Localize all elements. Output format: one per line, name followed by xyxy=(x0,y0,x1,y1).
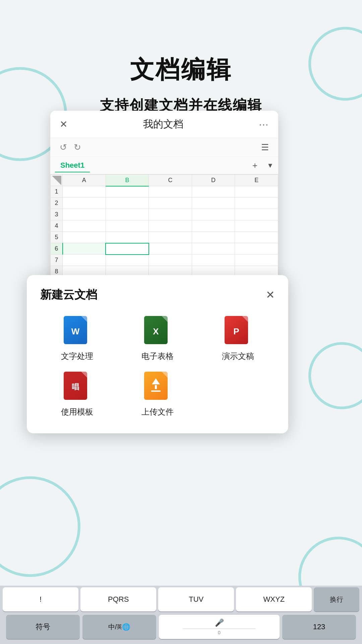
cell-E3[interactable] xyxy=(235,209,278,220)
col-header-A[interactable]: A xyxy=(63,175,106,186)
row-header-7[interactable]: 7 xyxy=(51,255,63,266)
row-header-4[interactable]: 4 xyxy=(51,220,63,232)
cell-A1[interactable] xyxy=(63,186,106,198)
cell-B2[interactable] xyxy=(106,198,149,209)
cell-E1[interactable] xyxy=(235,186,278,198)
key-enter[interactable]: 换行 xyxy=(314,587,359,611)
cell-C6[interactable] xyxy=(149,243,192,255)
cell-D1[interactable] xyxy=(192,186,235,198)
row-header-6[interactable]: 6 xyxy=(51,243,63,255)
cell-D4[interactable] xyxy=(192,220,235,232)
cell-C4[interactable] xyxy=(149,220,192,232)
cell-E7[interactable] xyxy=(235,255,278,266)
cell-D7[interactable] xyxy=(192,255,235,266)
cell-A5[interactable] xyxy=(63,232,106,243)
cell-E4[interactable] xyxy=(235,220,278,232)
window-more-button[interactable]: ··· xyxy=(259,119,269,130)
deco-arc-midright xyxy=(308,342,362,409)
add-sheet-button[interactable]: + xyxy=(248,160,262,171)
window-close-button[interactable]: ✕ xyxy=(60,119,67,130)
key-wxyz[interactable]: WXYZ xyxy=(236,587,312,611)
ppt-label: 演示文稿 xyxy=(222,351,254,362)
cell-D3[interactable] xyxy=(192,209,235,220)
doc-type-template[interactable]: 唱 使用模板 xyxy=(40,372,114,417)
cell-B7[interactable] xyxy=(106,255,149,266)
col-header-D[interactable]: D xyxy=(192,175,235,186)
doc-type-ppt[interactable]: P 演示文稿 xyxy=(201,316,275,362)
redo-button[interactable]: ↻ xyxy=(74,142,81,153)
cell-B3[interactable] xyxy=(106,209,149,220)
cell-A4[interactable] xyxy=(63,220,106,232)
doc-type-word[interactable]: W 文字处理 xyxy=(40,316,114,362)
key-pqrs[interactable]: PQRS xyxy=(80,587,156,611)
col-header-C[interactable]: C xyxy=(149,175,192,186)
cell-D6[interactable] xyxy=(192,243,235,255)
word-icon: W xyxy=(64,316,90,346)
cell-C2[interactable] xyxy=(149,198,192,209)
cell-C5[interactable] xyxy=(149,232,192,243)
deco-arc-bottomleft xyxy=(0,476,80,577)
cell-C7[interactable] xyxy=(149,255,192,266)
cell-B4[interactable] xyxy=(106,220,149,232)
row-header-1[interactable]: 1 xyxy=(51,186,63,198)
template-label: 使用模板 xyxy=(61,407,93,417)
template-icon: 唱 xyxy=(64,372,90,402)
cell-A6[interactable] xyxy=(63,243,106,255)
upload-label: 上传文件 xyxy=(141,407,174,417)
cell-C1[interactable] xyxy=(149,186,192,198)
col-header-B[interactable]: B xyxy=(106,175,149,186)
excel-label: 电子表格 xyxy=(141,351,174,362)
key-chinese-english[interactable]: 中/英🌐 xyxy=(82,615,156,639)
row-header-5[interactable]: 5 xyxy=(51,232,63,243)
col-header-E[interactable]: E xyxy=(235,175,278,186)
window-titlebar: ✕ 我的文档 ··· xyxy=(50,111,278,138)
cell-E6[interactable] xyxy=(235,243,278,255)
key-symbol[interactable]: 符号 xyxy=(6,615,80,639)
key-tuv[interactable]: TUV xyxy=(158,587,234,611)
cell-B5[interactable] xyxy=(106,232,149,243)
excel-file-icon: X xyxy=(144,316,168,344)
cell-A7[interactable] xyxy=(63,255,106,266)
key-123[interactable]: 123 xyxy=(282,615,356,639)
table-row: 7 xyxy=(51,255,278,266)
cell-A2[interactable] xyxy=(63,198,106,209)
window-toolbar: ↺ ↻ ☰ xyxy=(50,138,278,157)
ppt-file-icon: P xyxy=(225,316,248,344)
window-title: 我的文档 xyxy=(143,117,183,131)
cell-D5[interactable] xyxy=(192,232,235,243)
dialog-header: 新建云文档 ✕ xyxy=(40,287,275,303)
keyboard-top-row: ! PQRS TUV WXYZ 换行 xyxy=(0,586,362,613)
cell-D2[interactable] xyxy=(192,198,235,209)
key-space-mic[interactable]: 🎤 0 xyxy=(159,615,280,639)
hamburger-menu-button[interactable]: ☰ xyxy=(261,142,269,153)
sheet-dropdown-button[interactable]: ▼ xyxy=(262,162,278,169)
cell-C3[interactable] xyxy=(149,209,192,220)
upload-file-icon xyxy=(144,372,168,400)
dialog-close-button[interactable]: ✕ xyxy=(266,288,275,301)
upload-icon xyxy=(144,372,171,402)
row-header-2[interactable]: 2 xyxy=(51,198,63,209)
upload-arrow-stem xyxy=(155,385,157,389)
sheet-tab-1[interactable]: Sheet1 xyxy=(55,159,90,172)
table-row: 5 xyxy=(51,232,278,243)
cell-A3[interactable] xyxy=(63,209,106,220)
corner-select-all[interactable] xyxy=(51,175,63,186)
undo-button[interactable]: ↺ xyxy=(60,142,67,153)
ppt-icon: P xyxy=(225,316,251,346)
table-row: 3 xyxy=(51,209,278,220)
table-row: 6 xyxy=(51,243,278,255)
cell-E2[interactable] xyxy=(235,198,278,209)
table-row: 4 xyxy=(51,220,278,232)
keyboard-area: ! PQRS TUV WXYZ 换行 符号 中/英🌐 🎤 0 123 xyxy=(0,586,362,644)
keyboard-bottom-row: 符号 中/英🌐 🎤 0 123 xyxy=(0,613,362,641)
cell-E5[interactable] xyxy=(235,232,278,243)
dialog-title: 新建云文档 xyxy=(40,287,97,303)
key-exclamation[interactable]: ! xyxy=(3,587,78,611)
cell-B1[interactable] xyxy=(106,186,149,198)
cell-B6-active[interactable] xyxy=(106,243,149,255)
excel-icon: X xyxy=(144,316,171,346)
doc-type-excel[interactable]: X 电子表格 xyxy=(121,316,194,362)
row-header-3[interactable]: 3 xyxy=(51,209,63,220)
word-file-icon: W xyxy=(64,316,87,344)
doc-type-upload[interactable]: 上传文件 xyxy=(121,372,194,417)
